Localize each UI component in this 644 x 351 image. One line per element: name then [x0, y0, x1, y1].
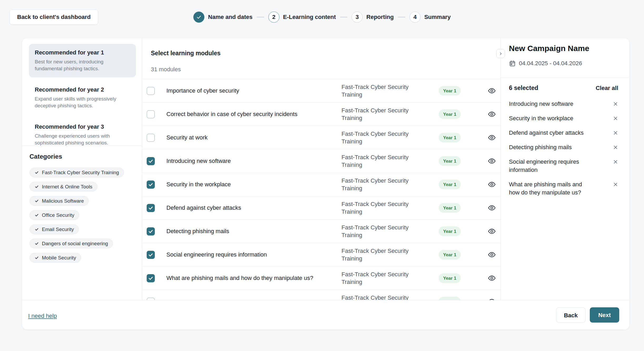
- check-icon: [34, 199, 39, 203]
- recommendation-card[interactable]: Recommended for year 3Challenge experien…: [29, 118, 136, 152]
- module-checkbox[interactable]: [147, 227, 155, 235]
- module-checkbox[interactable]: [147, 274, 155, 282]
- category-pill[interactable]: Mobile Security: [29, 253, 81, 263]
- module-training-name: Fast-Track Cyber Security Training: [341, 83, 426, 98]
- selected-item-label: Defend against cyber attacks: [509, 129, 591, 137]
- module-training-name: Fast-Track Cyber Security Training: [341, 247, 426, 262]
- recommendation-list: Recommended for year 1Best for new users…: [29, 44, 136, 152]
- step-circle[interactable]: 4: [409, 12, 420, 23]
- preview-module-button[interactable]: [488, 157, 496, 165]
- module-checkbox[interactable]: [147, 134, 155, 142]
- wizard-stepper: Name and dates2E-Learning content3Report…: [193, 9, 450, 25]
- recommendation-description: Best for new users, introducing fundamen…: [35, 58, 130, 72]
- selected-item-label: Social engineering requires information: [509, 158, 591, 174]
- preview-module-button[interactable]: [488, 251, 496, 259]
- selected-item: What are phishing mails and how do they …: [509, 180, 618, 197]
- selected-items-list: Introducing new softwareSecurity in the …: [509, 100, 618, 203]
- step-circle[interactable]: [193, 12, 204, 23]
- category-pill[interactable]: Email Security: [29, 224, 79, 234]
- category-label: Mobile Security: [42, 255, 76, 261]
- remove-item-button[interactable]: [613, 145, 618, 150]
- module-rows: Importance of cyber securityFast-Track C…: [142, 79, 501, 300]
- category-pill[interactable]: Office Security: [29, 210, 79, 220]
- category-pill[interactable]: Dangers of social engineering: [29, 239, 113, 248]
- category-label: Dangers of social engineering: [42, 241, 108, 247]
- step-1[interactable]: Name and dates: [193, 12, 252, 23]
- remove-item-button[interactable]: [613, 130, 618, 136]
- summary-divider: [501, 78, 629, 78]
- check-icon: [148, 252, 153, 258]
- recommendation-card[interactable]: Recommended for year 2Expand user skills…: [29, 81, 136, 114]
- back-to-dashboard-button[interactable]: Back to client's dashboard: [9, 9, 98, 25]
- module-row: What are phishing mails and how do they …: [142, 267, 501, 290]
- close-icon: [613, 130, 618, 136]
- close-icon: [613, 159, 618, 164]
- collapse-panel-button[interactable]: [496, 49, 505, 58]
- preview-module-button[interactable]: [488, 87, 496, 95]
- check-icon: [148, 205, 153, 211]
- module-checkbox[interactable]: [147, 110, 155, 118]
- module-training-name: Fast-Track Cyber Security Training: [341, 224, 426, 239]
- preview-eye-icon: [488, 274, 496, 282]
- module-checkbox[interactable]: [147, 251, 155, 259]
- preview-module-button[interactable]: [488, 134, 496, 142]
- step-label: Name and dates: [208, 14, 252, 21]
- preview-module-button[interactable]: [488, 274, 496, 282]
- back-button[interactable]: Back: [556, 307, 586, 323]
- category-label: Email Security: [42, 227, 74, 232]
- preview-eye-icon: [488, 251, 496, 259]
- remove-item-button[interactable]: [613, 159, 618, 164]
- step-separator: [340, 17, 348, 17]
- year-badge: Year 1: [439, 109, 461, 119]
- check-icon: [34, 213, 39, 217]
- selected-item: Security in the workplace: [509, 114, 618, 122]
- module-checkbox[interactable]: [147, 204, 155, 212]
- chevron-right-icon: [499, 52, 503, 56]
- clear-all-button[interactable]: Clear all: [596, 85, 618, 92]
- step-4[interactable]: 4Summary: [409, 12, 450, 23]
- module-title: Security at work: [166, 134, 208, 141]
- category-label: Internet & Online Tools: [42, 184, 92, 190]
- sidebar-divider: [22, 146, 142, 146]
- module-title: Security in the workplace: [166, 181, 231, 188]
- preview-module-button[interactable]: [488, 180, 496, 188]
- module-list-panel: Select learning modules 31 modules Impor…: [142, 38, 501, 300]
- step-2[interactable]: 2E-Learning content: [268, 12, 336, 23]
- selected-item-label: Detecting phishing mails: [509, 143, 591, 151]
- close-icon: [613, 182, 618, 187]
- preview-module-button[interactable]: [488, 227, 496, 235]
- year-badge: Year 1: [439, 180, 461, 189]
- module-title: Detecting phishing mails: [166, 228, 229, 235]
- recommendation-title: Recommended for year 1: [35, 49, 130, 56]
- next-button[interactable]: Next: [590, 307, 619, 323]
- module-checkbox[interactable]: [147, 157, 155, 165]
- selected-count: 6 selected: [509, 84, 538, 92]
- remove-item-button[interactable]: [613, 101, 618, 107]
- step-circle[interactable]: 3: [352, 12, 363, 23]
- module-checkbox[interactable]: [147, 298, 155, 300]
- preview-module-button[interactable]: [488, 204, 496, 212]
- preview-eye-icon: [488, 110, 496, 118]
- module-checkbox[interactable]: [147, 87, 155, 95]
- category-pill[interactable]: Fast-Track Cyber Security Training: [29, 168, 124, 177]
- preview-module-button[interactable]: [488, 298, 496, 300]
- year-badge: Year 1: [439, 250, 461, 260]
- year-badge: Year 1: [439, 86, 461, 96]
- step-3[interactable]: 3Reporting: [352, 12, 394, 23]
- category-pill[interactable]: Internet & Online Tools: [29, 182, 97, 192]
- step-label: E-Learning content: [283, 14, 336, 21]
- preview-module-button[interactable]: [488, 110, 496, 118]
- category-pill[interactable]: Malicious Software: [29, 196, 89, 206]
- check-icon: [34, 241, 39, 246]
- help-link[interactable]: I need help: [28, 313, 57, 319]
- module-training-name: Fast-Track Cyber Security Training: [341, 153, 426, 169]
- remove-item-button[interactable]: [613, 116, 618, 121]
- module-row: Detecting phishing mailsFast-Track Cyber…: [142, 220, 501, 243]
- module-training-name: Fast-Track Cyber Security Training: [341, 177, 426, 192]
- remove-item-button[interactable]: [613, 182, 618, 187]
- step-circle[interactable]: 2: [268, 12, 279, 23]
- check-icon: [34, 170, 39, 175]
- recommendation-card[interactable]: Recommended for year 1Best for new users…: [29, 44, 136, 77]
- module-checkbox[interactable]: [147, 180, 155, 189]
- category-label: Office Security: [42, 212, 74, 218]
